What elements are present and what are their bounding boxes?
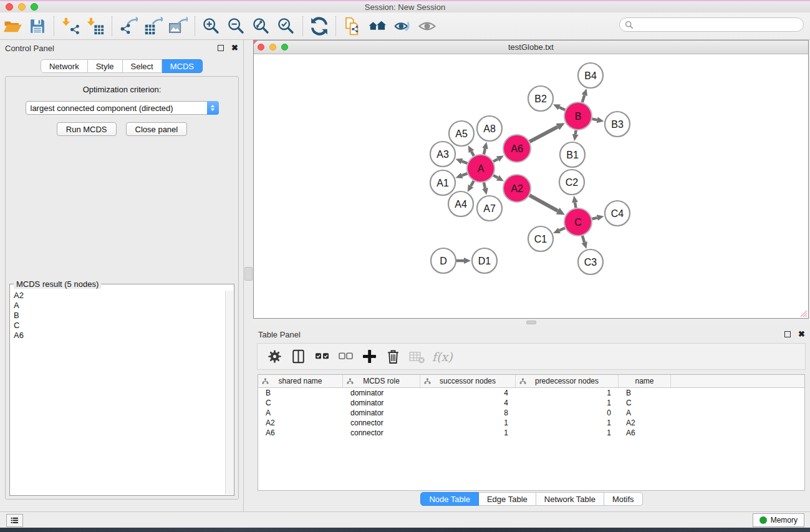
table-row[interactable]: A6connector11A6 — [258, 428, 804, 438]
column-header-successor-nodes[interactable]: successor nodes — [420, 375, 516, 387]
zoom-selected-button[interactable] — [274, 14, 299, 38]
graph-node-A2[interactable]: A2 — [503, 175, 531, 202]
export-image-button[interactable] — [166, 14, 191, 38]
graph-edge-A-A4[interactable] — [471, 181, 474, 186]
graph-edge-A-A5[interactable] — [471, 152, 474, 156]
tab-network-table[interactable]: Network Table — [536, 492, 604, 506]
memory-button[interactable]: Memory — [753, 513, 804, 527]
table-row[interactable]: Adominator80A — [258, 408, 804, 418]
close-panel-button[interactable]: Close panel — [126, 122, 188, 136]
column-header-shared-name[interactable]: shared name — [258, 375, 343, 387]
save-session-button[interactable] — [25, 14, 50, 38]
import-network-button[interactable] — [58, 14, 83, 38]
graph-edge-B-B1[interactable] — [576, 130, 576, 135]
export-table-button[interactable] — [141, 14, 166, 38]
result-item[interactable]: A — [11, 301, 225, 311]
graph-edge-A-A7[interactable] — [484, 182, 485, 188]
hide-panel-eye-button[interactable] — [390, 14, 415, 38]
graph-edge-A-A1[interactable] — [462, 173, 468, 175]
tab-style[interactable]: Style — [88, 59, 123, 73]
graph-edge-A-A2[interactable] — [493, 175, 498, 178]
graph-edge-B-B4[interactable] — [582, 95, 585, 102]
table-settings-gear-button[interactable] — [263, 345, 286, 369]
tab-mcds[interactable]: MCDS — [162, 59, 203, 73]
add-column-button[interactable] — [357, 345, 381, 369]
show-panel-eye-button[interactable] — [415, 14, 440, 38]
graph-node-A3[interactable]: A3 — [430, 142, 455, 167]
export-network-button[interactable] — [116, 14, 141, 38]
duplicate-network-button[interactable] — [340, 14, 365, 38]
graph-node-A[interactable]: A — [467, 155, 494, 182]
graph-node-C3[interactable]: C3 — [578, 249, 603, 274]
tab-edge-table[interactable]: Edge Table — [479, 492, 536, 506]
graph-node-B[interactable]: B — [564, 102, 592, 130]
run-mcds-button[interactable]: Run MCDS — [57, 122, 117, 136]
result-item[interactable]: A6 — [11, 331, 225, 341]
result-item[interactable]: A2 — [11, 291, 225, 301]
tab-motifs[interactable]: Motifs — [604, 492, 643, 506]
graph-node-C4[interactable]: C4 — [605, 201, 630, 226]
import-table-button[interactable] — [83, 14, 108, 38]
graph-edge-A-A8[interactable] — [484, 148, 485, 154]
graph-node-B3[interactable]: B3 — [605, 112, 630, 137]
column-header-name[interactable]: name — [619, 375, 671, 387]
tab-select[interactable]: Select — [123, 59, 162, 73]
graph-node-C[interactable]: C — [564, 208, 592, 236]
tab-node-table[interactable]: Node Table — [420, 492, 479, 506]
show-columns-button[interactable] — [286, 345, 310, 369]
graph-node-A1[interactable]: A1 — [430, 170, 455, 195]
graph-edge-A-A3[interactable] — [462, 162, 468, 163]
select-all-button[interactable] — [310, 345, 334, 369]
graph-edge-A6-B[interactable] — [529, 127, 557, 142]
graph-edge-B-B3[interactable] — [592, 119, 597, 120]
graph-node-A6[interactable]: A6 — [503, 135, 531, 162]
panel-splitter-handle[interactable] — [244, 267, 253, 281]
open-session-button[interactable] — [0, 14, 25, 38]
graph-node-D1[interactable]: D1 — [472, 248, 497, 273]
splitter-thumb[interactable] — [526, 321, 536, 324]
table-row[interactable]: Bdominator41B — [258, 388, 804, 398]
graph-node-B4[interactable]: B4 — [578, 63, 603, 88]
tab-network[interactable]: Network — [41, 59, 88, 73]
task-history-button[interactable] — [6, 514, 23, 527]
birdseye-view-button[interactable] — [365, 14, 390, 38]
result-item[interactable]: C — [11, 321, 225, 331]
search-box[interactable] — [619, 17, 804, 32]
graph-node-A4[interactable]: A4 — [448, 191, 473, 216]
graph-edge-B-B2[interactable] — [559, 107, 565, 110]
result-item[interactable]: B — [11, 311, 225, 321]
delete-column-trash-button[interactable] — [381, 345, 405, 369]
graph-node-C2[interactable]: C2 — [559, 170, 584, 195]
table-row[interactable]: Cdominator41C — [258, 398, 804, 408]
horizontal-splitter[interactable] — [253, 319, 810, 326]
criterion-dropdown[interactable]: largest connected component (directed) — [26, 101, 219, 115]
graph-edge-C-C1[interactable] — [559, 228, 565, 230]
resize-grip-icon[interactable] — [799, 309, 808, 317]
graph-node-B1[interactable]: B1 — [560, 142, 585, 167]
graph-edge-A2-C[interactable] — [529, 195, 557, 211]
network-canvas[interactable]: B4B2BB3A8A5A6B1A3AC2A1A2A4A7C4CC1DD1C3 — [254, 54, 808, 318]
graph-node-D[interactable]: D — [431, 248, 456, 273]
result-scrollbar[interactable] — [225, 291, 233, 495]
column-header-predecessor-nodes[interactable]: predecessor nodes — [516, 375, 619, 387]
column-header-MCDS-role[interactable]: MCDS role — [343, 375, 420, 387]
search-input[interactable] — [636, 21, 803, 29]
graph-edge-C-C2[interactable] — [575, 203, 576, 208]
zoom-in-button[interactable] — [199, 14, 224, 38]
zoom-fit-button[interactable] — [249, 14, 274, 38]
table-row[interactable]: A2connector11A2 — [258, 418, 804, 428]
graph-edge-A-A6[interactable] — [493, 159, 498, 162]
graph-node-C1[interactable]: C1 — [528, 226, 553, 251]
graph-edge-C-C3[interactable] — [582, 236, 584, 243]
float-panel-icon[interactable] — [218, 45, 224, 51]
deselect-all-button[interactable] — [334, 345, 357, 369]
zoom-out-button[interactable] — [224, 14, 249, 38]
graph-node-A5[interactable]: A5 — [449, 121, 474, 146]
graph-edge-C-C4[interactable] — [592, 218, 597, 219]
refresh-layout-button[interactable] — [307, 14, 332, 38]
graph-node-A8[interactable]: A8 — [477, 116, 502, 141]
close-panel-icon[interactable]: ✖ — [231, 45, 238, 51]
graph-node-B2[interactable]: B2 — [528, 86, 553, 111]
float-table-panel-icon[interactable] — [784, 331, 791, 337]
graph-node-A7[interactable]: A7 — [477, 196, 502, 221]
